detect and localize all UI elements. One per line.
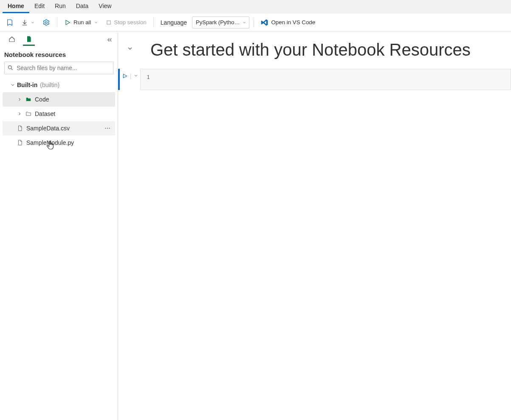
divider bbox=[130, 73, 131, 79]
folder-icon bbox=[24, 96, 33, 102]
tree-file-sampledata-csv[interactable]: SampleData.csv bbox=[3, 121, 115, 135]
toolbar: Run all Stop session Language PySpark (P… bbox=[0, 14, 511, 31]
tree-folder-code[interactable]: Code bbox=[3, 92, 115, 107]
file-icon bbox=[25, 35, 32, 43]
save-button[interactable] bbox=[3, 16, 16, 29]
side-panel-title: Notebook resources bbox=[0, 48, 118, 62]
resources-tab[interactable] bbox=[23, 34, 35, 46]
main-area: Get started with your Notebook Resources… bbox=[118, 31, 511, 420]
menu-item-edit[interactable]: Edit bbox=[29, 0, 50, 13]
tree-file-samplemodule-py[interactable]: SampleModule.py bbox=[3, 135, 115, 150]
code-cell[interactable]: 1 bbox=[118, 69, 511, 90]
tree-hint: (builtin) bbox=[40, 82, 59, 88]
chevron-right-icon bbox=[15, 97, 24, 102]
double-chevron-left-icon bbox=[107, 37, 113, 43]
language-select-value: PySpark (Pytho… bbox=[196, 19, 240, 25]
search-icon bbox=[7, 65, 14, 71]
file-icon bbox=[15, 139, 25, 146]
svg-point-2 bbox=[8, 66, 12, 69]
menu-item-data[interactable]: Data bbox=[71, 0, 94, 13]
save-icon bbox=[6, 19, 14, 26]
side-tab-row bbox=[0, 31, 118, 48]
file-icon bbox=[15, 125, 25, 132]
download-icon bbox=[21, 19, 28, 26]
chevron-right-icon bbox=[15, 111, 24, 116]
menu-item-home[interactable]: Home bbox=[3, 0, 29, 13]
chevron-down-icon bbox=[8, 82, 17, 87]
chevron-down-icon bbox=[242, 20, 246, 25]
svg-point-3 bbox=[105, 128, 106, 129]
lakehouse-icon bbox=[8, 35, 16, 43]
play-icon bbox=[64, 19, 71, 26]
chevron-down-icon bbox=[133, 73, 138, 78]
chevron-down-icon bbox=[127, 45, 133, 52]
svg-point-0 bbox=[45, 21, 48, 23]
open-vscode-button[interactable]: Open in VS Code bbox=[258, 16, 318, 29]
side-panel: Notebook resources Built-in (builtin) bbox=[0, 31, 118, 420]
tree-label: SampleData.csv bbox=[26, 125, 70, 132]
language-select[interactable]: PySpark (Pytho… bbox=[192, 17, 249, 28]
gear-icon bbox=[42, 19, 50, 26]
code-editor[interactable]: 1 bbox=[140, 69, 511, 90]
resource-tree: Built-in (builtin) Code bbox=[0, 78, 118, 150]
vscode-icon bbox=[261, 19, 268, 26]
folder-outline-icon bbox=[24, 111, 33, 117]
search-wrapper bbox=[4, 62, 113, 74]
settings-button[interactable] bbox=[40, 16, 53, 29]
stop-icon bbox=[106, 20, 112, 25]
menu-item-view[interactable]: View bbox=[93, 0, 116, 13]
tree-label: Built-in bbox=[17, 82, 37, 88]
toolbar-divider bbox=[57, 17, 57, 28]
svg-point-5 bbox=[109, 128, 110, 129]
run-cell-button[interactable] bbox=[122, 73, 128, 79]
notebook-heading: Get started with your Notebook Resources bbox=[138, 39, 471, 60]
cell-menu-button[interactable] bbox=[133, 73, 138, 78]
stop-session-label: Stop session bbox=[114, 19, 147, 25]
menu-item-run[interactable]: Run bbox=[50, 0, 71, 13]
markdown-cell[interactable]: Get started with your Notebook Resources bbox=[118, 31, 511, 69]
run-all-button[interactable]: Run all bbox=[62, 16, 101, 29]
lakehouse-tab[interactable] bbox=[6, 34, 18, 46]
chevron-down-icon bbox=[31, 20, 35, 25]
tree-label: Dataset bbox=[35, 110, 55, 117]
line-number: 1 bbox=[147, 74, 150, 80]
svg-point-4 bbox=[107, 128, 108, 129]
toolbar-divider bbox=[153, 17, 154, 28]
play-icon bbox=[122, 73, 128, 79]
tree-label: Code bbox=[35, 96, 49, 103]
svg-rect-1 bbox=[107, 20, 110, 24]
collapse-panel-button[interactable] bbox=[106, 34, 113, 46]
run-all-label: Run all bbox=[73, 19, 91, 25]
chevron-down-icon bbox=[94, 20, 98, 25]
language-label: Language bbox=[158, 19, 189, 26]
more-icon bbox=[104, 125, 111, 132]
search-input[interactable] bbox=[4, 62, 113, 74]
stop-session-button[interactable]: Stop session bbox=[103, 16, 149, 29]
more-button[interactable] bbox=[103, 124, 112, 132]
cell-fold-button[interactable] bbox=[121, 39, 138, 52]
download-button[interactable] bbox=[19, 16, 37, 29]
open-vscode-label: Open in VS Code bbox=[271, 19, 315, 25]
tree-folder-dataset[interactable]: Dataset bbox=[3, 107, 115, 121]
toolbar-divider bbox=[254, 17, 254, 28]
tree-folder-builtin[interactable]: Built-in (builtin) bbox=[3, 78, 115, 92]
tree-label: SampleModule.py bbox=[26, 139, 74, 146]
menu-bar: Home Edit Run Data View bbox=[0, 0, 511, 14]
